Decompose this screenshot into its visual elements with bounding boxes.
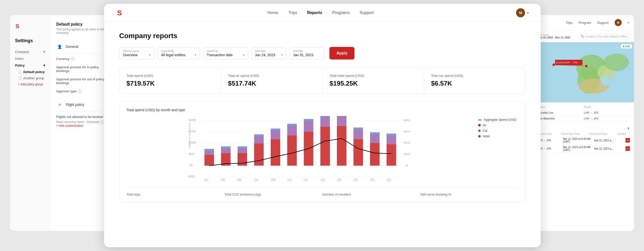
right-panel-chevron-icon[interactable]: ▾ [628,21,629,24]
svg-text:2022: 2022 [254,180,259,181]
svg-text:$800K: $800K [404,119,410,121]
nav-reports[interactable]: Reports [307,11,322,15]
date-range-value: Nov 10, 2022 - Nov 11, 2022 [538,36,570,39]
svg-text:2022: 2022 [203,180,208,181]
svg-rect-43 [370,143,380,166]
svg-rect-21 [238,148,247,153]
choose-report-arrow-icon: ▾ [149,53,151,56]
apply-button[interactable]: Apply [329,47,354,59]
svg-rect-42 [353,128,363,129]
stat-car-spend-label: Total car spend (USD) [431,74,518,78]
flight-policy-row: ✈ Flight policy [56,98,109,112]
chart-title: Total spend (USD) by month and type [126,108,518,112]
travel-col-end: Travel End Time [589,133,615,135]
col-header-route: Route [584,105,630,108]
svg-point-85 [604,53,629,71]
svg-rect-29 [287,136,297,166]
date-range-label: Date range [538,34,570,36]
nav-home[interactable]: Home [267,11,278,15]
svg-text:2022: 2022 [320,180,325,181]
svg-rect-26 [271,139,280,166]
start-date-select[interactable]: Start date Jan 24, 2023 ▾ [251,47,286,59]
default-policy-subtitle: This policy applies to all users in the … [56,28,109,35]
map-search-input[interactable]: 🔍 Location, City, hotel, Airport, Office [578,33,630,39]
table-row: Michelle Lee LHR → JFK [538,110,630,116]
map-filters: Date range Nov 10, 2022 - Nov 11, 2022 🔍… [534,30,634,42]
chart-section: Total spend (USD) by month and type $200… [119,102,526,203]
svg-rect-44 [370,134,380,143]
avatar[interactable]: M [516,8,525,17]
svg-text:S: S [117,9,122,17]
svg-rect-16 [204,149,214,151]
search-by-arrow-icon: ▾ [243,53,244,56]
choose-report-select[interactable]: Choose report Overview ▾ [119,47,154,59]
travel-start-2: Mar 12, 2023 at 9:30 AM (GMT) [563,146,592,151]
map-table-header: Name Route [538,105,630,108]
svg-rect-19 [221,146,231,148]
nav-trips[interactable]: Trips [288,11,297,15]
svg-text:−$50K: −$50K [187,175,195,178]
map-table-section: Name Route Michelle Lee LHR → JFK Dan Bl… [534,102,634,124]
download-icon[interactable]: ⬇ [627,127,630,131]
settings-sub-default-policy[interactable]: 📄 Default policy [15,69,45,75]
page-title: Company reports [119,32,526,40]
settings-panel: S Settings Company ▾ Users Policy ▾ 📄 De… [10,15,115,231]
svg-rect-18 [221,148,231,153]
svg-rect-33 [304,121,313,132]
approval-out-policy-label: Approval process for out of policy booki… [56,74,109,86]
end-date-select[interactable]: End date Jan 31, 2023 [289,47,324,59]
svg-text:$400K: $400K [404,142,410,144]
pdf-icon-1[interactable]: PDF [625,138,630,143]
table-row: Dan Blanchini LHR → JFK [538,116,630,121]
travel-end-2: Mar 12, 2023 a... [594,147,623,150]
legal-entity-label: Legal Entity [161,50,196,52]
svg-rect-22 [238,146,247,148]
right-nav-program[interactable]: Program [579,21,591,25]
settings-sub-another-group[interactable]: 📄 Another group [15,75,45,81]
settings-nav-company[interactable]: Company ▾ [15,48,45,55]
svg-rect-45 [370,132,380,134]
svg-text:2022: 2022 [353,180,358,181]
end-date-value: Jan 31, 2023 [293,53,321,57]
svg-rect-46 [387,144,396,166]
legal-entity-arrow-icon: ▾ [195,53,196,56]
add-customization-button[interactable]: + Add customization [56,124,83,128]
approver-type-info-icon[interactable]: i [78,90,82,93]
nav-support[interactable]: Support [360,11,374,15]
map-live-badge: Live [621,44,632,48]
svg-text:2022: 2022 [237,180,242,181]
hotel-legend-icon [478,135,481,138]
traveler-route-1: LHR → JFK [584,111,630,114]
settings-nav-policy[interactable]: Policy ▾ [15,62,45,69]
currency-label: Currency i [56,54,109,62]
travel-loc-2: LHR → JFK [538,147,561,150]
stat-hotel-spend-label: Total hotel spend (USD) [330,74,417,78]
settings-nav-users[interactable]: Users [15,55,45,62]
nav-programs[interactable]: Programs [332,11,349,15]
right-panel-avatar[interactable]: M [615,19,622,26]
search-by-select[interactable]: Search by Transaction date ▾ [203,47,248,59]
main-panel: S Home Trips Reports Programs Support M … [104,4,541,247]
right-panel-nav: Trips Program Support M ▾ [534,15,634,30]
svg-text:S: S [16,23,19,29]
add-policy-group-button[interactable]: + Add policy group [15,81,45,87]
svg-rect-40 [353,139,363,166]
search-by-label: Search by [207,50,244,52]
main-content: Company reports Choose report Overview ▾… [104,22,541,213]
nav-links: Home Trips Reports Programs Support [267,11,374,15]
legal-entity-select[interactable]: Legal Entity All legal entities ▾ [157,47,200,59]
svg-rect-24 [254,136,264,144]
stats-row: Total spend (USD) $719.57K Total air spe… [119,68,526,94]
svg-text:$0: $0 [406,164,408,167]
chevron-down-icon[interactable]: ▾ [527,11,529,15]
right-nav-support[interactable]: Support [597,21,609,25]
currency-info-icon[interactable]: i [71,57,75,61]
basic-economy-info-icon[interactable]: i [100,120,104,124]
right-nav-trips[interactable]: Trips [565,21,573,25]
travel-table: Location Info Travel Start Time Travel E… [534,133,634,153]
svg-rect-15 [204,151,214,155]
filter-bar: Choose report Overview ▾ Legal Entity Al… [119,47,526,59]
svg-rect-35 [320,127,330,166]
pdf-icon-2[interactable]: PDF [625,146,630,151]
svg-text:2022: 2022 [386,180,391,181]
